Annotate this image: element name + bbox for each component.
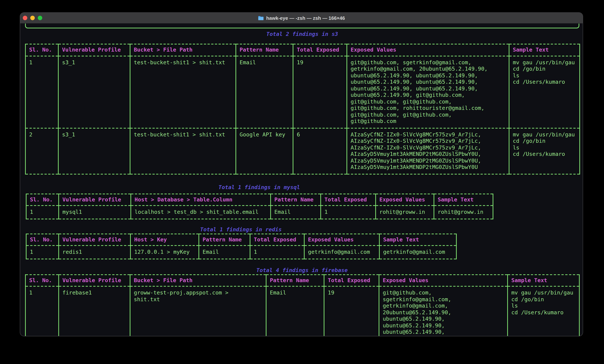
- column-header: Vulnerable Profile: [58, 44, 130, 56]
- cell-total-exposed: 1: [250, 246, 304, 259]
- cell-total-exposed: 19: [293, 56, 347, 128]
- cell-sample-text: mv gau /usr/bin/gau cd /go/bin ls cd /Us…: [509, 56, 580, 128]
- column-header: Vulnerable Profile: [59, 234, 130, 246]
- column-header: Bucket > File Path: [130, 44, 236, 56]
- cell-total-exposed: 19: [324, 286, 379, 336]
- column-header: Vulnerable Profile: [59, 194, 131, 206]
- cell-sl-no: 1: [26, 246, 59, 259]
- section-title-s3: Total 2 findings in s3: [25, 31, 579, 38]
- table-row: 1 firebase1 groww-test-proj.appspot.com …: [25, 286, 579, 336]
- terminal-window: hawk-eye — -zsh — zsh — 166×46 Total 2 f…: [20, 13, 583, 336]
- cell-sl-no: 1: [26, 206, 59, 219]
- column-header: Bucket > File Path: [130, 275, 266, 286]
- column-header: Sl. No.: [26, 194, 59, 206]
- close-button[interactable]: [23, 16, 27, 20]
- cell-pattern-name: Email: [266, 286, 324, 336]
- findings-table-redis: Sl. No. Vulnerable Profile Host > Key Pa…: [26, 233, 457, 259]
- cell-sl-no: 1: [25, 56, 58, 128]
- cell-exposed-values: AIzaSyCfNZ-IZx0-SlVcVg8MCr575zv9_Ar7jLc,…: [347, 128, 509, 174]
- column-header: Exposed Values: [379, 275, 508, 286]
- cell-total-exposed: 1: [321, 206, 376, 219]
- window-title-text: hawk-eye — -zsh — zsh — 166×46: [266, 15, 345, 21]
- section-title-mysql: Total 1 findings in mysql: [26, 184, 493, 191]
- column-header: Exposed Values: [376, 194, 434, 206]
- column-header: Total Exposed: [250, 234, 304, 246]
- column-header: Exposed Values: [347, 44, 509, 56]
- table-header-row: Sl. No. Vulnerable Profile Bucket > File…: [25, 275, 579, 286]
- findings-table-s3: Sl. No. Vulnerable Profile Bucket > File…: [25, 44, 580, 174]
- minimize-button[interactable]: [30, 16, 35, 20]
- cell-host-database-column: localhost > test_db > shit_table.email: [131, 206, 271, 219]
- table-header-row: Sl. No. Vulnerable Profile Host > Databa…: [26, 194, 493, 206]
- cell-pattern-name: Email: [199, 246, 250, 259]
- cell-exposed-values: rohit@groww.in: [376, 206, 434, 219]
- cell-vulnerable-profile: s3_1: [58, 56, 130, 128]
- folder-icon: [258, 15, 264, 20]
- column-header: Total Exposed: [293, 44, 347, 56]
- column-header: Sl. No.: [26, 234, 59, 246]
- window-title: hawk-eye — -zsh — zsh — 166×46: [258, 15, 345, 21]
- cell-sample-text: rohit@groww.in: [434, 206, 493, 219]
- column-header: Sample Text: [434, 194, 493, 206]
- table-row: 1 mysql1 localhost > test_db > shit_tabl…: [26, 206, 493, 219]
- cell-host-key: 127.0.0.1 > myKey: [130, 246, 199, 259]
- previous-table-cut-border: [25, 24, 579, 28]
- section-title-firebase: Total 4 findings in firebase: [25, 267, 579, 274]
- findings-table-mysql: Sl. No. Vulnerable Profile Host > Databa…: [26, 193, 493, 219]
- column-header: Total Exposed: [324, 275, 379, 286]
- column-header: Host > Database > Table.Column: [131, 194, 271, 206]
- table-row: 2 s3_1 test-bucket-shit1 > shit.txt Goog…: [25, 128, 580, 174]
- zoom-button[interactable]: [38, 16, 42, 20]
- table-row: 1 redis1 127.0.0.1 > myKey Email 1 getrk…: [26, 246, 456, 259]
- column-header: Host > Key: [130, 234, 199, 246]
- cell-bucket-file-path: groww-test-proj.appspot.com > shit.txt: [130, 286, 266, 336]
- column-header: Pattern Name: [266, 275, 324, 286]
- cell-sample-text: mv gau /usr/bin/gau cd /go/bin ls cd /Us…: [508, 286, 579, 336]
- traffic-lights: [23, 16, 42, 20]
- cell-exposed-values: git@github.com, sgetrkinfo@gmail.com, ge…: [379, 286, 508, 336]
- cell-vulnerable-profile: s3_1: [58, 128, 130, 174]
- cell-sample-text: getrkinfo@gmail.com: [379, 246, 456, 259]
- column-header: Vulnerable Profile: [59, 275, 130, 286]
- cell-sl-no: 1: [25, 286, 59, 336]
- column-header: Total Exposed: [321, 194, 376, 206]
- cell-exposed-values: getrkinfo@gmail.com: [304, 246, 379, 259]
- cell-exposed-values: git@github.com, sgetrkinfo@gmail.com, ge…: [347, 56, 509, 128]
- column-header: Sample Text: [379, 234, 456, 246]
- table-header-row: Sl. No. Vulnerable Profile Bucket > File…: [25, 44, 580, 56]
- column-header: Sl. No.: [25, 44, 58, 56]
- table-header-row: Sl. No. Vulnerable Profile Host > Key Pa…: [26, 234, 456, 246]
- cell-bucket-file-path: test-bucket-shit1 > shit.txt: [130, 128, 236, 174]
- cell-vulnerable-profile: mysql1: [59, 206, 131, 219]
- cell-vulnerable-profile: firebase1: [59, 286, 130, 336]
- column-header: Pattern Name: [236, 44, 293, 56]
- section-title-redis: Total 1 findings in redis: [26, 226, 456, 233]
- column-header: Exposed Values: [304, 234, 379, 246]
- cell-sample-text: mv gau /usr/bin/gau cd /go/bin ls cd /Us…: [509, 128, 580, 174]
- cell-pattern-name: Google API key: [236, 128, 293, 174]
- column-header: Sample Text: [509, 44, 580, 56]
- findings-table-firebase: Sl. No. Vulnerable Profile Bucket > File…: [25, 274, 580, 336]
- column-header: Sample Text: [508, 275, 579, 286]
- screen: hawk-eye — -zsh — zsh — 166×46 Total 2 f…: [0, 0, 604, 364]
- cell-total-exposed: 6: [293, 128, 347, 174]
- window-titlebar: hawk-eye — -zsh — zsh — 166×46: [20, 13, 583, 24]
- cell-pattern-name: Email: [236, 56, 293, 128]
- column-header: Pattern Name: [199, 234, 250, 246]
- column-header: Pattern Name: [271, 194, 321, 206]
- cell-bucket-file-path: test-bucket-shit1 > shit.txt: [130, 56, 236, 128]
- cell-sl-no: 2: [25, 128, 58, 174]
- column-header: Sl. No.: [25, 275, 59, 286]
- cell-vulnerable-profile: redis1: [59, 246, 130, 259]
- cell-pattern-name: Email: [271, 206, 321, 219]
- terminal-content[interactable]: Total 2 findings in s3 Sl. No. Vulnerabl…: [20, 24, 583, 336]
- table-row: 1 s3_1 test-bucket-shit1 > shit.txt Emai…: [25, 56, 580, 128]
